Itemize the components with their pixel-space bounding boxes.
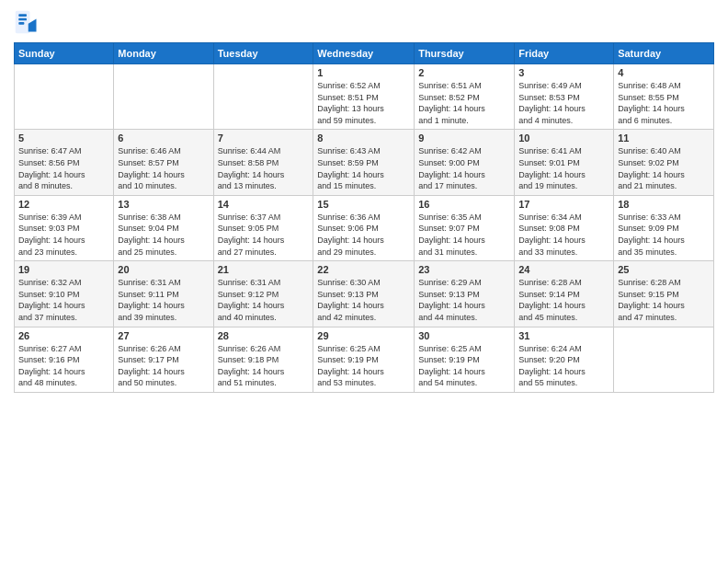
day-cell: 5Sunrise: 6:47 AM Sunset: 8:56 PM Daylig…: [15, 130, 114, 195]
day-cell: 31Sunrise: 6:24 AM Sunset: 9:20 PM Dayli…: [515, 327, 614, 392]
day-number: 16: [418, 199, 510, 210]
day-cell: 3Sunrise: 6:49 AM Sunset: 8:53 PM Daylig…: [515, 64, 614, 130]
day-number: 25: [618, 264, 710, 275]
day-number: 14: [218, 199, 310, 210]
day-number: 3: [518, 67, 609, 78]
day-info: Sunrise: 6:32 AM Sunset: 9:10 PM Dayligh…: [18, 277, 109, 323]
day-number: 15: [317, 199, 410, 210]
day-info: Sunrise: 6:27 AM Sunset: 9:16 PM Dayligh…: [18, 343, 109, 389]
logo: [14, 9, 43, 35]
day-info: Sunrise: 6:52 AM Sunset: 8:51 PM Dayligh…: [317, 80, 410, 126]
day-number: 27: [118, 330, 209, 341]
day-info: Sunrise: 6:37 AM Sunset: 9:05 PM Dayligh…: [218, 212, 310, 258]
day-cell: 22Sunrise: 6:30 AM Sunset: 9:13 PM Dayli…: [313, 261, 415, 327]
logo-icon: [14, 9, 40, 35]
day-info: Sunrise: 6:39 AM Sunset: 9:03 PM Dayligh…: [18, 212, 109, 258]
day-number: 9: [418, 132, 510, 144]
day-info: Sunrise: 6:43 AM Sunset: 8:59 PM Dayligh…: [317, 145, 410, 191]
day-info: Sunrise: 6:46 AM Sunset: 8:57 PM Dayligh…: [118, 145, 209, 191]
day-info: Sunrise: 6:33 AM Sunset: 9:09 PM Dayligh…: [618, 212, 710, 258]
header: [14, 9, 714, 35]
week-row-5: 26Sunrise: 6:27 AM Sunset: 9:16 PM Dayli…: [15, 327, 714, 392]
day-number: 7: [218, 132, 310, 144]
day-info: Sunrise: 6:26 AM Sunset: 9:18 PM Dayligh…: [218, 343, 310, 389]
day-info: Sunrise: 6:49 AM Sunset: 8:53 PM Dayligh…: [518, 80, 609, 126]
day-number: 12: [18, 199, 109, 210]
day-number: 2: [418, 67, 510, 78]
day-cell: 10Sunrise: 6:41 AM Sunset: 9:01 PM Dayli…: [515, 130, 614, 195]
day-info: Sunrise: 6:42 AM Sunset: 9:00 PM Dayligh…: [418, 145, 510, 191]
day-number: 30: [418, 330, 510, 341]
day-number: 22: [317, 264, 410, 275]
day-number: 20: [118, 264, 209, 275]
weekday-header-monday: Monday: [114, 43, 213, 64]
day-cell: [114, 64, 213, 130]
day-cell: 30Sunrise: 6:25 AM Sunset: 9:19 PM Dayli…: [415, 327, 515, 392]
day-cell: 27Sunrise: 6:26 AM Sunset: 9:17 PM Dayli…: [114, 327, 213, 392]
week-row-3: 12Sunrise: 6:39 AM Sunset: 9:03 PM Dayli…: [15, 195, 714, 260]
day-cell: 21Sunrise: 6:31 AM Sunset: 9:12 PM Dayli…: [213, 261, 313, 327]
weekday-header-saturday: Saturday: [614, 43, 714, 64]
day-cell: 7Sunrise: 6:44 AM Sunset: 8:58 PM Daylig…: [213, 130, 313, 195]
svg-rect-1: [18, 14, 27, 17]
day-info: Sunrise: 6:41 AM Sunset: 9:01 PM Dayligh…: [518, 145, 609, 191]
day-cell: 19Sunrise: 6:32 AM Sunset: 9:10 PM Dayli…: [15, 261, 114, 327]
day-cell: 8Sunrise: 6:43 AM Sunset: 8:59 PM Daylig…: [313, 130, 415, 195]
day-cell: 28Sunrise: 6:26 AM Sunset: 9:18 PM Dayli…: [213, 327, 313, 392]
day-cell: 17Sunrise: 6:34 AM Sunset: 9:08 PM Dayli…: [515, 195, 614, 260]
day-cell: 1Sunrise: 6:52 AM Sunset: 8:51 PM Daylig…: [313, 64, 415, 130]
day-number: 4: [618, 67, 710, 78]
day-info: Sunrise: 6:31 AM Sunset: 9:12 PM Dayligh…: [218, 277, 310, 323]
day-number: 17: [518, 199, 609, 210]
day-number: 29: [317, 330, 410, 341]
day-number: 23: [418, 264, 510, 275]
day-number: 18: [618, 199, 710, 210]
day-cell: 11Sunrise: 6:40 AM Sunset: 9:02 PM Dayli…: [614, 130, 714, 195]
day-cell: 12Sunrise: 6:39 AM Sunset: 9:03 PM Dayli…: [15, 195, 114, 260]
day-info: Sunrise: 6:34 AM Sunset: 9:08 PM Dayligh…: [518, 212, 609, 258]
day-info: Sunrise: 6:25 AM Sunset: 9:19 PM Dayligh…: [317, 343, 410, 389]
weekday-header-wednesday: Wednesday: [313, 43, 415, 64]
day-cell: 14Sunrise: 6:37 AM Sunset: 9:05 PM Dayli…: [213, 195, 313, 260]
day-cell: 23Sunrise: 6:29 AM Sunset: 9:13 PM Dayli…: [415, 261, 515, 327]
day-cell: 29Sunrise: 6:25 AM Sunset: 9:19 PM Dayli…: [313, 327, 415, 392]
day-info: Sunrise: 6:25 AM Sunset: 9:19 PM Dayligh…: [418, 343, 510, 389]
day-cell: 15Sunrise: 6:36 AM Sunset: 9:06 PM Dayli…: [313, 195, 415, 260]
day-number: 11: [618, 132, 710, 144]
day-info: Sunrise: 6:29 AM Sunset: 9:13 PM Dayligh…: [418, 277, 510, 323]
day-info: Sunrise: 6:48 AM Sunset: 8:55 PM Dayligh…: [618, 80, 710, 126]
weekday-header-friday: Friday: [515, 43, 614, 64]
page: SundayMondayTuesdayWednesdayThursdayFrid…: [0, 0, 728, 563]
day-info: Sunrise: 6:51 AM Sunset: 8:52 PM Dayligh…: [418, 80, 510, 126]
day-number: 10: [518, 132, 609, 144]
day-number: 13: [118, 199, 209, 210]
day-cell: 20Sunrise: 6:31 AM Sunset: 9:11 PM Dayli…: [114, 261, 213, 327]
day-info: Sunrise: 6:44 AM Sunset: 8:58 PM Dayligh…: [218, 145, 310, 191]
day-cell: 24Sunrise: 6:28 AM Sunset: 9:14 PM Dayli…: [515, 261, 614, 327]
day-cell: [15, 64, 114, 130]
day-info: Sunrise: 6:47 AM Sunset: 8:56 PM Dayligh…: [18, 145, 109, 191]
day-cell: 25Sunrise: 6:28 AM Sunset: 9:15 PM Dayli…: [614, 261, 714, 327]
day-number: 19: [18, 264, 109, 275]
day-number: 5: [18, 132, 109, 144]
day-number: 28: [218, 330, 310, 341]
day-cell: 18Sunrise: 6:33 AM Sunset: 9:09 PM Dayli…: [614, 195, 714, 260]
svg-rect-3: [18, 22, 24, 25]
day-info: Sunrise: 6:28 AM Sunset: 9:15 PM Dayligh…: [618, 277, 710, 323]
day-cell: [213, 64, 313, 130]
day-number: 6: [118, 132, 209, 144]
day-number: 31: [518, 330, 609, 341]
day-number: 1: [317, 67, 410, 78]
day-info: Sunrise: 6:38 AM Sunset: 9:04 PM Dayligh…: [118, 212, 209, 258]
weekday-header-sunday: Sunday: [15, 43, 114, 64]
week-row-4: 19Sunrise: 6:32 AM Sunset: 9:10 PM Dayli…: [15, 261, 714, 327]
day-cell: [614, 327, 714, 392]
weekday-header-thursday: Thursday: [415, 43, 515, 64]
day-number: 8: [317, 132, 410, 144]
week-row-2: 5Sunrise: 6:47 AM Sunset: 8:56 PM Daylig…: [15, 130, 714, 195]
day-info: Sunrise: 6:31 AM Sunset: 9:11 PM Dayligh…: [118, 277, 209, 323]
svg-rect-2: [18, 18, 27, 21]
day-cell: 13Sunrise: 6:38 AM Sunset: 9:04 PM Dayli…: [114, 195, 213, 260]
day-cell: 6Sunrise: 6:46 AM Sunset: 8:57 PM Daylig…: [114, 130, 213, 195]
day-cell: 2Sunrise: 6:51 AM Sunset: 8:52 PM Daylig…: [415, 64, 515, 130]
